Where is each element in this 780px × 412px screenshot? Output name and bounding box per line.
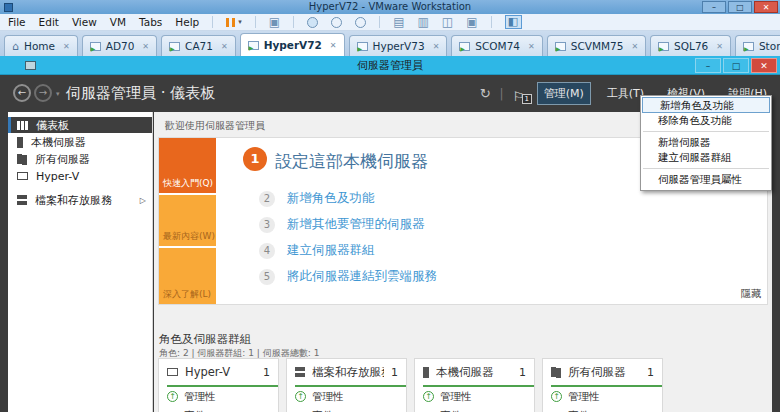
sidebar-item-file-storage-services[interactable]: 檔案和存放服務 ▷ xyxy=(8,192,152,208)
step-5-link[interactable]: 5 將此伺服器連結到雲端服務 xyxy=(259,268,437,285)
revert-snapshot-button[interactable] xyxy=(331,17,342,28)
menu-file[interactable]: File xyxy=(8,16,26,28)
tab-scom74[interactable]: ▶ SCOM74 ✕ xyxy=(451,35,542,56)
manageability-row[interactable]: ↑ 管理性 xyxy=(159,387,278,406)
quickstart-segment[interactable]: 快速入門(Q) xyxy=(159,138,216,193)
refresh-icon[interactable]: ↻ xyxy=(480,86,491,101)
vm-running-icon: ▶ xyxy=(460,46,465,52)
close-tab-icon[interactable]: ✕ xyxy=(142,42,149,51)
menu-tabs[interactable]: Tabs xyxy=(139,16,162,28)
tab-hyperv73[interactable]: ▶ HyperV73 ✕ xyxy=(349,35,448,56)
tile-title[interactable]: 本機伺服器 xyxy=(436,365,512,380)
manage-snapshots-button[interactable] xyxy=(355,17,366,28)
hyper-v-icon xyxy=(167,368,178,376)
take-snapshot-button[interactable] xyxy=(307,17,318,28)
menu-item-server-manager-properties[interactable]: 伺服器管理員屬性 xyxy=(641,172,771,187)
sidebar-item-dashboard[interactable]: 儀表板 xyxy=(8,117,152,133)
events-row[interactable]: 事件 xyxy=(159,406,278,412)
show-console-view-button[interactable]: ▤ xyxy=(393,15,404,29)
manageability-row[interactable]: ↑ 管理性 xyxy=(543,387,662,406)
menu-manage[interactable]: 管理(M) xyxy=(537,82,591,105)
back-button[interactable]: ← xyxy=(13,84,31,102)
manageability-row[interactable]: ↑ 管理性 xyxy=(287,387,406,406)
menu-item-add-servers[interactable]: 新增伺服器 xyxy=(641,135,771,150)
menu-item-add-roles-features[interactable]: 新增角色及功能 xyxy=(642,97,770,113)
suspend-vm-button[interactable]: ▾ xyxy=(226,18,242,27)
tab-sql76[interactable]: ▶ SQL76 ✕ xyxy=(650,35,731,56)
tab-hyperv72-active[interactable]: ▶ HyperV72 ✕ xyxy=(240,33,345,56)
sidebar-item-hyper-v[interactable]: Hyper-V xyxy=(8,168,152,184)
unity-view-button[interactable]: ▥ xyxy=(418,15,429,29)
close-tab-icon[interactable]: ✕ xyxy=(631,42,638,51)
hide-link[interactable]: 隱藏 xyxy=(741,287,761,301)
forward-button[interactable]: → xyxy=(34,84,52,102)
tile-all-servers[interactable]: 所有伺服器 1 ↑ 管理性 事件 xyxy=(542,358,663,412)
vm-screen-icon: ▶ xyxy=(169,42,180,51)
menu-edit[interactable]: Edit xyxy=(39,16,59,28)
close-tab-icon[interactable]: ✕ xyxy=(528,42,535,51)
step-3-link[interactable]: 3 新增其他要管理的伺服器 xyxy=(259,216,425,233)
close-tab-icon[interactable]: ✕ xyxy=(716,42,723,51)
close-tab-icon[interactable]: ✕ xyxy=(433,42,440,51)
tile-file-storage-services[interactable]: 檔案和存放服務 1 ↑ 管理性 事件 xyxy=(286,358,407,412)
library-panel-toggle[interactable]: ◧ xyxy=(505,15,522,29)
tab-label: Storage77 xyxy=(759,40,780,52)
manageability-row[interactable]: ↑ 管理性 xyxy=(415,387,534,406)
tab-scvmm75[interactable]: ▶ SCVMM75 ✕ xyxy=(547,35,646,56)
guest-minimize-button[interactable]: – xyxy=(695,58,721,73)
tile-local-server[interactable]: 本機伺服器 1 ↑ 管理性 事件 xyxy=(414,358,535,412)
tile-hyper-v[interactable]: Hyper-V 1 ↑ 管理性 事件 xyxy=(158,358,279,412)
menu-vm[interactable]: VM xyxy=(110,16,126,28)
step-1-link[interactable]: 設定這部本機伺服器 xyxy=(275,150,428,173)
tab-label: HyperV73 xyxy=(373,40,425,52)
expand-arrow-icon[interactable]: ▷ xyxy=(140,196,146,205)
breadcrumb-root[interactable]: 伺服器管理員 xyxy=(66,84,156,102)
chevron-down-icon[interactable]: ▾ xyxy=(238,18,242,26)
step-label: 建立伺服器群組 xyxy=(287,242,375,259)
learn-more-tab-label: 深入了解(L) xyxy=(163,288,211,301)
vm-screen-icon: ▶ xyxy=(248,41,259,50)
sidebar-item-local-server[interactable]: 本機伺服器 xyxy=(8,134,152,150)
close-tab-icon[interactable]: ✕ xyxy=(63,42,70,51)
guest-close-button[interactable]: ✕ xyxy=(751,58,777,73)
events-row[interactable]: 事件 xyxy=(415,406,534,412)
vmware-maximize-button[interactable]: □ xyxy=(728,1,752,13)
dashboard-icon xyxy=(17,121,28,130)
tab-label: CA71 xyxy=(185,40,213,52)
tab-label: SCVMM75 xyxy=(571,40,624,52)
vmware-close-button[interactable]: ✕ xyxy=(754,1,778,13)
cycle-monitors-button[interactable]: ▣ xyxy=(466,15,477,29)
fullscreen-button[interactable]: ◫ xyxy=(442,15,453,29)
whats-new-segment[interactable]: 最新內容(W) xyxy=(159,195,216,246)
sidebar-item-all-servers[interactable]: 所有伺服器 xyxy=(8,151,152,167)
tab-ca71[interactable]: ▶ CA71 ✕ xyxy=(161,35,236,56)
step-4-link[interactable]: 4 建立伺服器群組 xyxy=(259,242,375,259)
row-label: 管理性 xyxy=(184,390,216,404)
tile-title[interactable]: 檔案和存放服務 xyxy=(312,365,384,380)
menu-item-create-server-group[interactable]: 建立伺服器群組 xyxy=(641,150,771,165)
vm-running-icon: ▶ xyxy=(91,46,96,52)
step-badge: 3 xyxy=(259,217,275,233)
history-dropdown-icon[interactable]: ▾ xyxy=(56,90,60,98)
tile-title[interactable]: Hyper-V xyxy=(185,365,256,379)
toolbar-separator xyxy=(293,16,294,28)
tile-title[interactable]: 所有伺服器 xyxy=(568,365,640,380)
vm-running-icon: ▶ xyxy=(170,46,175,52)
menu-item-remove-roles-features[interactable]: 移除角色及功能 xyxy=(641,113,771,128)
step-2-link[interactable]: 2 新增角色及功能 xyxy=(259,190,375,207)
guest-restore-button[interactable]: □ xyxy=(723,58,749,73)
close-tab-icon[interactable]: ✕ xyxy=(221,42,228,51)
tab-home[interactable]: ⌂ Home ✕ xyxy=(4,35,78,56)
close-tab-icon[interactable]: ✕ xyxy=(330,41,337,50)
whats-new-tab-label: 最新內容(W) xyxy=(163,230,215,243)
tab-ad70[interactable]: ▶ AD70 ✕ xyxy=(82,35,157,56)
menu-view[interactable]: View xyxy=(72,16,97,28)
events-row[interactable]: 事件 xyxy=(543,406,662,412)
vmware-minimize-button[interactable]: – xyxy=(702,1,726,13)
notifications-flag-button[interactable]: ⚐ 1 xyxy=(513,86,528,102)
tab-storage77[interactable]: ▶ Storage77 ✕ xyxy=(735,35,780,56)
ctrl-alt-del-button[interactable]: ▣ xyxy=(269,15,280,29)
events-row[interactable]: 事件 xyxy=(287,406,406,412)
learn-more-segment[interactable]: 深入了解(L) xyxy=(159,248,216,304)
menu-help[interactable]: Help xyxy=(175,16,199,28)
